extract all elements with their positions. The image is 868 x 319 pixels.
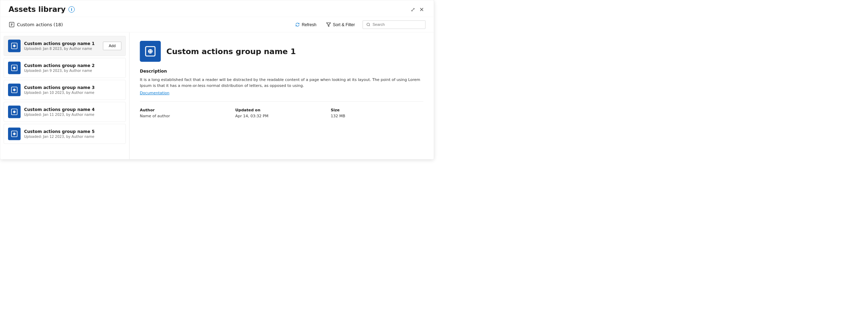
refresh-button[interactable]: Refresh — [293, 21, 318, 29]
item-icon — [8, 62, 21, 74]
author-col: Author Name of author — [140, 108, 233, 118]
custom-action-icon — [10, 42, 18, 50]
item-info: Custom actions group name 3 Uploaded: Ja… — [24, 85, 122, 95]
author-label: Author — [140, 108, 233, 112]
list-item[interactable]: Custom actions group name 1 Uploaded: Ja… — [4, 36, 126, 56]
title-area: Assets library i — [9, 5, 75, 14]
svg-point-3 — [367, 23, 370, 26]
size-col: Size 132 MB — [331, 108, 423, 118]
info-icon[interactable]: i — [68, 6, 75, 13]
search-box[interactable] — [363, 21, 426, 29]
list-item[interactable]: Custom actions group name 2 Uploaded: Ja… — [4, 58, 126, 78]
panel-title: Assets library — [9, 5, 66, 14]
filter-icon — [326, 22, 331, 27]
toolbar: Custom actions (18) Refresh Sort & Filte… — [0, 17, 434, 33]
author-value: Name of author — [140, 114, 233, 118]
item-icon — [8, 128, 21, 140]
search-icon — [366, 23, 370, 27]
list-panel: Custom actions group name 1 Uploaded: Ja… — [0, 32, 130, 160]
item-meta: Uploaded: Jan 12 2023, by Author name — [24, 135, 122, 139]
add-button[interactable]: Add — [103, 42, 122, 50]
list-item[interactable]: Custom actions group name 4 Uploaded: Ja… — [4, 102, 126, 122]
svg-line-4 — [369, 25, 370, 26]
refresh-icon — [295, 22, 300, 27]
svg-marker-2 — [326, 23, 331, 27]
panel-header: Assets library i ⤢ ✕ — [0, 0, 434, 17]
custom-action-icon — [10, 130, 18, 138]
custom-action-icon — [10, 64, 18, 72]
item-name: Custom actions group name 2 — [24, 63, 122, 68]
sort-filter-button[interactable]: Sort & Filter — [324, 21, 357, 29]
detail-title: Custom actions group name 1 — [167, 47, 296, 56]
item-info: Custom actions group name 2 Uploaded: Ja… — [24, 63, 122, 73]
custom-action-icon — [10, 108, 18, 116]
divider — [140, 102, 424, 102]
panel-controls: ⤢ ✕ — [409, 5, 426, 14]
item-meta: Uploaded: Jan 11 2023, by Author name — [24, 113, 122, 117]
detail-panel: Custom actions group name 1 Description … — [130, 32, 434, 160]
size-label: Size — [331, 108, 423, 112]
description-heading: Description — [140, 69, 424, 74]
item-name: Custom actions group name 5 — [24, 129, 122, 134]
meta-grid: Author Name of author Updated on Apr 14,… — [140, 108, 424, 118]
documentation-link[interactable]: Documentation — [140, 91, 170, 95]
detail-icon — [140, 41, 161, 62]
assets-library-panel: Assets library i ⤢ ✕ Custom actions (18) — [0, 0, 434, 160]
description-text: It is a long established fact that a rea… — [140, 76, 424, 89]
detail-header: Custom actions group name 1 — [140, 41, 424, 62]
list-item[interactable]: Custom actions group name 5 Uploaded: Ja… — [4, 124, 126, 144]
item-icon — [8, 40, 21, 52]
item-info: Custom actions group name 4 Uploaded: Ja… — [24, 107, 122, 117]
detail-custom-action-icon — [144, 45, 157, 58]
item-name: Custom actions group name 3 — [24, 85, 122, 90]
updated-label: Updated on — [235, 108, 328, 112]
custom-action-icon — [10, 86, 18, 94]
item-meta: Uploaded: Jan 9 2023, by Author name — [24, 69, 122, 73]
expand-button[interactable]: ⤢ — [409, 5, 417, 14]
updated-col: Updated on Apr 14, 03:32 PM — [235, 108, 328, 118]
size-value: 132 MB — [331, 114, 423, 118]
item-icon — [8, 84, 21, 96]
item-info: Custom actions group name 5 Uploaded: Ja… — [24, 129, 122, 139]
close-button[interactable]: ✕ — [418, 5, 426, 14]
item-icon — [8, 106, 21, 118]
custom-actions-icon — [9, 22, 15, 28]
panel-body: Custom actions group name 1 Uploaded: Ja… — [0, 32, 434, 160]
section-label: Custom actions (18) — [9, 22, 63, 28]
item-name: Custom actions group name 4 — [24, 107, 122, 112]
updated-value: Apr 14, 03:32 PM — [235, 114, 328, 118]
item-meta: Uploaded: Jan 10 2023, by Author name — [24, 91, 122, 95]
list-item[interactable]: Custom actions group name 3 Uploaded: Ja… — [4, 80, 126, 100]
search-input[interactable] — [373, 22, 422, 27]
